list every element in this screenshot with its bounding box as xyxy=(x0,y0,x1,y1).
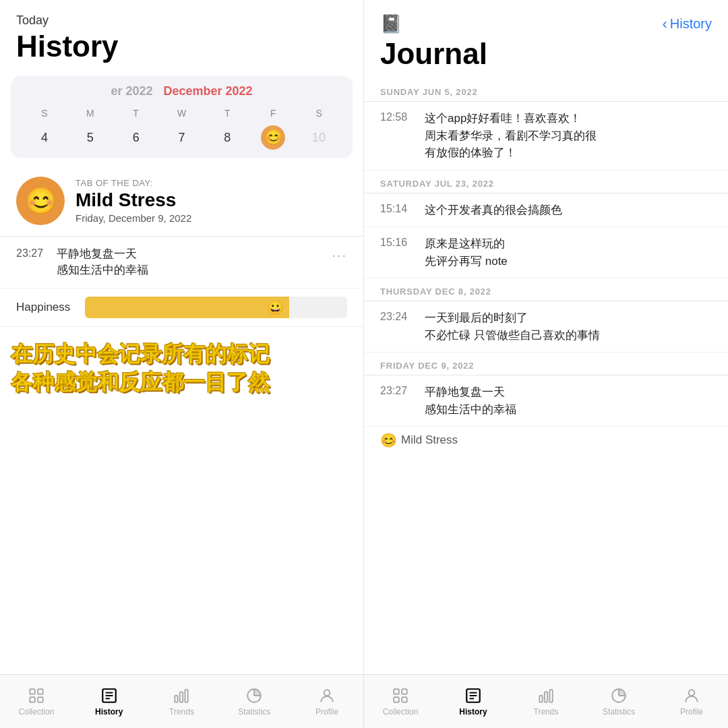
svg-rect-1 xyxy=(38,689,43,694)
day-f: F xyxy=(250,105,296,121)
calendar: er 2022 December 2022 S M T W T F S 4 5 … xyxy=(11,76,353,158)
tab-label-statistics-left: Statistics xyxy=(238,707,270,717)
journal-entry-2[interactable]: 15:14 这个开发者真的很会搞颜色 xyxy=(364,193,728,228)
tab-label-statistics-right: Statistics xyxy=(603,707,635,717)
entry-time: 23:27 xyxy=(16,247,57,260)
svg-rect-25 xyxy=(549,690,552,702)
collection-icon-right xyxy=(392,687,409,704)
calendar-grid: 4 5 6 7 8 😊 10 xyxy=(22,125,342,150)
notebook-icon: 📓 xyxy=(380,13,402,34)
journal-scroll[interactable]: SUNDAY JUN 5, 2022 12:58 这个app好好看哇！喜欢喜欢！… xyxy=(364,79,728,674)
journal-entry-1[interactable]: 12:58 这个app好好看哇！喜欢喜欢！周末看梦华录，看剧不学习真的很有放假的… xyxy=(364,102,728,171)
svg-rect-8 xyxy=(175,696,178,702)
tab-history-right[interactable]: History xyxy=(437,675,510,728)
entry-text-4: 一天到最后的时刻了不必忙碌 只管做些自己喜欢的事情 xyxy=(425,309,712,344)
day-m: M xyxy=(67,105,113,121)
svg-rect-24 xyxy=(545,692,547,702)
svg-point-29 xyxy=(689,690,695,696)
tab-stress-name: Mild Stress xyxy=(75,189,191,211)
tab-collection-right[interactable]: Collection xyxy=(364,675,437,728)
left-tab-bar: Collection History Trends xyxy=(0,675,364,728)
right-panel: 📓 ‹ History Journal SUNDAY JUN 5, 2022 1… xyxy=(364,0,728,674)
journal-entry-3[interactable]: 15:16 原来是这样玩的先评分再写 note xyxy=(364,227,728,278)
cal-cell-7[interactable]: 7 xyxy=(159,125,205,150)
day-s2: S xyxy=(296,105,342,121)
left-entry-row: 23:27 平静地复盘一天感知生活中的幸福 ··· xyxy=(0,237,363,289)
overlay-line1: 在历史中会记录所有的标记 xyxy=(11,340,353,369)
svg-rect-9 xyxy=(180,692,183,702)
journal-section-3: THURSDAY DEC 8, 2022 xyxy=(364,278,728,301)
cal-cell-10[interactable]: 10 xyxy=(296,125,342,150)
entry-time-4: 23:24 xyxy=(380,311,414,323)
cal-cell-5[interactable]: 5 xyxy=(67,125,113,150)
svg-rect-2 xyxy=(30,697,35,702)
entry-time-3: 15:16 xyxy=(380,237,414,249)
tab-statistics-left[interactable]: Statistics xyxy=(218,675,291,728)
right-top-row: 📓 ‹ History xyxy=(364,0,728,37)
collection-icon-left xyxy=(28,687,45,704)
entry-text: 平静地复盘一天感知生活中的幸福 xyxy=(57,246,326,278)
entry-more-button[interactable]: ··· xyxy=(332,247,347,263)
tab-collection-left[interactable]: Collection xyxy=(0,675,73,728)
journal-entry-4[interactable]: 23:24 一天到最后的时刻了不必忙碌 只管做些自己喜欢的事情 xyxy=(364,301,728,353)
tab-bar: Collection History Trends xyxy=(0,674,728,728)
svg-rect-15 xyxy=(394,689,399,694)
entry-time-5: 23:27 xyxy=(380,385,414,397)
tab-profile-right[interactable]: Profile xyxy=(655,675,728,728)
today-label: Today xyxy=(16,13,347,28)
prev-month: er 2022 xyxy=(111,84,152,98)
right-tab-bar: Collection History Trends xyxy=(364,675,728,728)
tab-date: Friday, December 9, 2022 xyxy=(75,212,191,224)
statistics-icon-left xyxy=(245,687,263,704)
tab-of-day: 😊 TAB OF THE DAY: Mild Stress Friday, De… xyxy=(0,166,363,237)
tab-trends-right[interactable]: Trends xyxy=(510,675,582,728)
section-date-3: THURSDAY DEC 8, 2022 xyxy=(380,286,712,297)
svg-rect-0 xyxy=(30,689,35,694)
day-w: W xyxy=(159,105,205,121)
left-panel: Today History er 2022 December 2022 S M … xyxy=(0,0,364,674)
tab-emoji-circle: 😊 xyxy=(16,177,65,225)
tab-label-profile-right: Profile xyxy=(680,707,703,717)
left-title: History xyxy=(16,30,347,63)
back-label[interactable]: History xyxy=(670,16,712,32)
trends-icon-left xyxy=(173,687,190,704)
happiness-bar-container: 😀 xyxy=(85,297,347,318)
tab-label-history-left: History xyxy=(95,707,123,717)
cal-cell-6[interactable]: 6 xyxy=(113,125,159,150)
cal-cell-4[interactable]: 4 xyxy=(22,125,67,150)
history-icon-left xyxy=(100,687,118,704)
section-date-4: FRIDAY DEC 9, 2022 xyxy=(380,361,712,371)
tab-label-collection-right: Collection xyxy=(383,707,419,717)
cal-cell-9-highlighted[interactable]: 😊 xyxy=(261,125,285,150)
cal-cell-8[interactable]: 8 xyxy=(204,125,250,150)
tab-profile-left[interactable]: Profile xyxy=(291,675,363,728)
journal-entry-5[interactable]: 23:27 平静地复盘一天感知生活中的幸福 xyxy=(364,375,728,427)
profile-icon-left xyxy=(318,687,336,704)
happiness-label: Happiness xyxy=(16,301,77,314)
current-month: December 2022 xyxy=(163,84,252,98)
tab-statistics-right[interactable]: Statistics xyxy=(582,675,655,728)
svg-rect-23 xyxy=(539,696,542,702)
svg-rect-3 xyxy=(38,697,43,702)
left-header: Today History xyxy=(0,0,363,76)
tab-label-history-right: History xyxy=(459,707,487,717)
section-date-2: SATURDAY JUL 23, 2022 xyxy=(380,179,712,189)
entry-time-1: 12:58 xyxy=(380,111,414,123)
statistics-icon-right xyxy=(610,687,628,704)
entry-time-2: 15:14 xyxy=(380,203,414,215)
entry-text-5: 平静地复盘一天感知生活中的幸福 xyxy=(425,384,712,418)
entry-text-1: 这个app好好看哇！喜欢喜欢！周末看梦华录，看剧不学习真的很有放假的体验了！ xyxy=(425,110,712,162)
profile-icon-right xyxy=(683,687,700,704)
overlay-text: 在历史中会记录所有的标记 各种感觉和反应都一目了然 xyxy=(0,327,363,402)
tab-history-left[interactable]: History xyxy=(73,675,146,728)
tab-trends-left[interactable]: Trends xyxy=(146,675,218,728)
trends-icon-right xyxy=(537,687,555,704)
entry-text-3: 原来是这样玩的先评分再写 note xyxy=(425,235,712,270)
happiness-bar-fill: 😀 xyxy=(85,297,289,318)
history-icon-right xyxy=(464,687,482,704)
back-nav[interactable]: ‹ History xyxy=(662,16,712,33)
journal-section-4: FRIDAY DEC 9, 2022 xyxy=(364,353,728,375)
overlay-line2: 各种感觉和反应都一目了然 xyxy=(11,369,353,397)
svg-rect-18 xyxy=(402,697,407,702)
happiness-row: Happiness 😀 xyxy=(0,289,363,327)
